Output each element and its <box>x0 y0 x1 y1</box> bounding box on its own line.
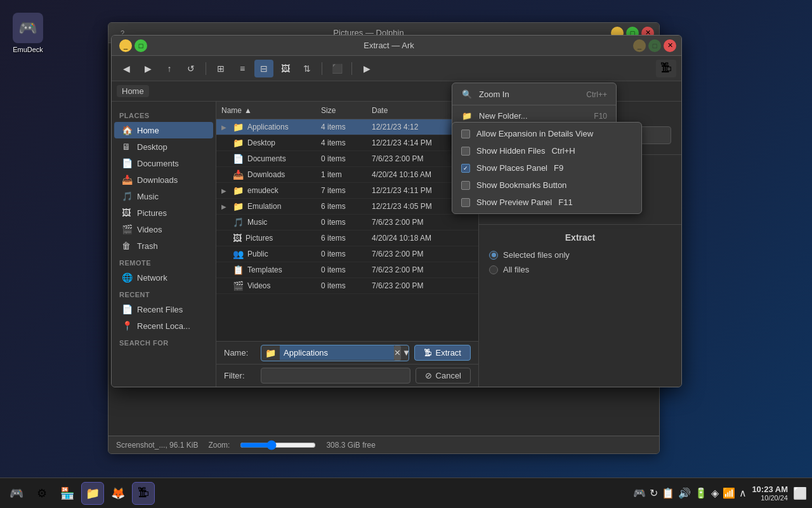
sidebar-item-trash[interactable]: 🗑 Trash <box>114 237 213 254</box>
emudeck-desktop-icon[interactable]: 🎮 EmuDeck <box>13 13 43 53</box>
taskbar-firefox[interactable]: 🦊 <box>107 482 129 505</box>
folder-icon: 📁 <box>233 201 244 211</box>
tray-battery-icon[interactable]: 🔋 <box>695 487 707 499</box>
sidebar-network-label: Network <box>137 273 167 283</box>
emudeck-icon: 🎮 <box>13 13 43 43</box>
tray-bluetooth-icon[interactable]: ◈ <box>711 487 719 499</box>
taskbar-right: 🎮 ↻ 📋 🔊 🔋 ◈ 📶 ∧ 10:23 AM 10/20/24 ⬜ <box>633 485 807 502</box>
taskbar-files[interactable]: 📁 <box>81 482 104 505</box>
name-input[interactable] <box>280 345 394 360</box>
table-row[interactable]: ▶ 📁 Applications 4 items 12/21/23 4:12 <box>216 119 478 135</box>
submenu-item-show-places[interactable]: Show Places Panel F9 <box>452 159 641 177</box>
dolphin-zoom-slider[interactable] <box>240 440 316 450</box>
tray-update-icon[interactable]: ↻ <box>650 487 658 499</box>
selected-files-label: Selected files only <box>503 250 570 260</box>
breadcrumb-home[interactable]: Home <box>117 85 149 97</box>
show-bookmarks-checkbox[interactable] <box>461 181 470 190</box>
submenu-item-show-hidden[interactable]: Show Hidden Files Ctrl+H <box>452 142 641 159</box>
sidebar-item-recent-locations[interactable]: 📍 Recent Loca... <box>114 318 213 334</box>
table-row[interactable]: 📋 Templates 0 items 7/6/23 2:00 PM <box>216 262 478 278</box>
cancel-button[interactable]: ⊘ Cancel <box>416 368 471 384</box>
sidebar-item-pictures[interactable]: 🖼 Pictures <box>114 204 213 221</box>
taskbar-clock[interactable]: 10:23 AM 10/20/24 <box>752 485 788 502</box>
show-hidden-checkbox[interactable] <box>461 147 470 156</box>
sidebar-item-home[interactable]: 🏠 Home <box>114 122 213 138</box>
sidebar-downloads-label: Downloads <box>137 175 178 185</box>
ark-close-button[interactable]: ✕ <box>664 39 676 52</box>
filter-input[interactable] <box>261 368 410 384</box>
sidebar-item-documents[interactable]: 📄 Documents <box>114 155 213 171</box>
taskbar-emudeck[interactable]: 🎮 <box>5 482 28 505</box>
tray-wifi-icon[interactable]: 📶 <box>723 487 735 499</box>
name-dropdown-button[interactable]: ▼ <box>402 345 409 361</box>
refresh-button[interactable]: ↺ <box>181 60 200 77</box>
tray-overflow-icon[interactable]: ∧ <box>739 487 747 499</box>
submenu-item-show-bookmarks[interactable]: Show Bookmarks Button <box>452 177 641 194</box>
taskbar-discover[interactable]: 🏪 <box>56 482 79 505</box>
all-files-radio[interactable] <box>489 265 498 274</box>
col-size-header[interactable]: Size <box>321 106 372 115</box>
radio-all-files: All files <box>489 265 671 274</box>
ark-min2[interactable]: _ <box>633 39 646 52</box>
compact-view-button[interactable]: ≡ <box>233 60 252 77</box>
back-button[interactable]: ◀ <box>117 60 136 77</box>
tray-steam-icon[interactable]: 🎮 <box>633 487 646 499</box>
table-row[interactable]: 🖼 Pictures 6 items 4/20/24 10:18 AM <box>216 231 478 246</box>
tray-audio-icon[interactable]: 🔊 <box>678 487 691 499</box>
sidebar-item-videos[interactable]: 🎬 Videos <box>114 221 213 237</box>
taskbar-ark[interactable]: 🗜 <box>132 482 155 505</box>
ark-maximize-button[interactable]: □ <box>134 39 147 52</box>
forward-button[interactable]: ▶ <box>138 60 157 77</box>
icon-view-button[interactable]: ⊞ <box>211 60 230 77</box>
tray-icons: 🎮 ↻ 📋 🔊 🔋 ◈ 📶 ∧ <box>633 487 747 499</box>
file-name-public: Public <box>247 250 268 258</box>
taskbar-settings[interactable]: ⚙ <box>30 482 53 505</box>
table-row[interactable]: ▶ 📁 Emulation 6 items 12/21/23 4:05 PM <box>216 199 478 215</box>
file-area: Name ▲ Size Date ▶ 📁 Applications 4 item… <box>216 102 478 387</box>
table-row[interactable]: 📄 Documents 0 items 7/6/23 2:00 PM <box>216 151 478 167</box>
sidebar: Places 🏠 Home 🖥 Desktop 📄 Documents 📥 Do… <box>112 102 216 387</box>
allow-expansion-checkbox[interactable] <box>461 130 470 138</box>
details-view-button[interactable]: ⊟ <box>254 60 273 77</box>
selected-files-radio[interactable] <box>489 251 498 260</box>
toolbar-separator-1 <box>206 62 206 75</box>
ark-minimize-button[interactable]: _ <box>119 39 132 52</box>
col-name-header[interactable]: Name ▲ <box>221 106 321 115</box>
table-row[interactable]: ▶ 📁 emudeck 7 items 12/21/23 4:11 PM <box>216 183 478 199</box>
submenu-item-show-preview[interactable]: Show Preview Panel F11 <box>452 194 641 211</box>
network-icon: 🌐 <box>122 272 132 283</box>
show-places-checkbox[interactable] <box>461 164 470 173</box>
sidebar-trash-label: Trash <box>137 241 158 251</box>
submenu-item-allow-expansion[interactable]: Allow Expansion in Details View <box>452 125 641 142</box>
table-row[interactable]: 📁 Desktop 4 items 12/21/23 4:14 PM <box>216 135 478 151</box>
tray-clipboard-icon[interactable]: 📋 <box>662 487 674 499</box>
filter-label: Filter: <box>224 371 256 380</box>
table-row[interactable]: 👥 Public 0 items 7/6/23 2:00 PM <box>216 246 478 262</box>
sidebar-item-desktop[interactable]: 🖥 Desktop <box>114 138 213 155</box>
recent-locations-icon: 📍 <box>122 321 132 331</box>
name-clear-button[interactable]: ✕ <box>394 345 401 361</box>
up-button[interactable]: ↑ <box>160 60 179 77</box>
sidebar-item-music[interactable]: 🎵 Music <box>114 188 213 204</box>
table-row[interactable]: 🎵 Music 0 items 7/6/23 2:00 PM <box>216 215 478 231</box>
sidebar-item-network[interactable]: 🌐 Network <box>114 269 213 286</box>
sort-button[interactable]: ⇅ <box>298 60 317 77</box>
more-button[interactable]: ▶ <box>357 60 376 77</box>
show-desktop-button[interactable]: ⬜ <box>793 486 807 500</box>
taskbar-left: 🎮 ⚙ 🏪 📁 🦊 🗜 <box>5 482 155 505</box>
public-icon: 👥 <box>233 249 244 259</box>
file-name-applications: Applications <box>247 123 289 131</box>
templates-icon: 📋 <box>233 265 244 275</box>
dolphin-zoom-label: Zoom: <box>208 441 230 450</box>
show-preview-checkbox[interactable] <box>461 198 470 207</box>
sidebar-item-downloads[interactable]: 📥 Downloads <box>114 171 213 188</box>
table-row[interactable]: 🎬 Videos 0 items 7/6/23 2:00 PM <box>216 278 478 294</box>
sidebar-item-recent-files[interactable]: 📄 Recent Files <box>114 301 213 318</box>
terminal-button[interactable]: ⬛ <box>327 60 346 77</box>
new-folder-icon: 📁 <box>461 111 473 121</box>
extract-button[interactable]: 🗜 Extract <box>414 345 471 361</box>
menu-item-zoom-in[interactable]: 🔍 Zoom In Ctrl++ <box>452 86 616 103</box>
ark-max2[interactable]: □ <box>648 39 661 52</box>
table-row[interactable]: 📥 Downloads 1 item 4/20/24 10:16 AM <box>216 167 478 183</box>
preview-button[interactable]: 🖼 <box>276 60 295 77</box>
